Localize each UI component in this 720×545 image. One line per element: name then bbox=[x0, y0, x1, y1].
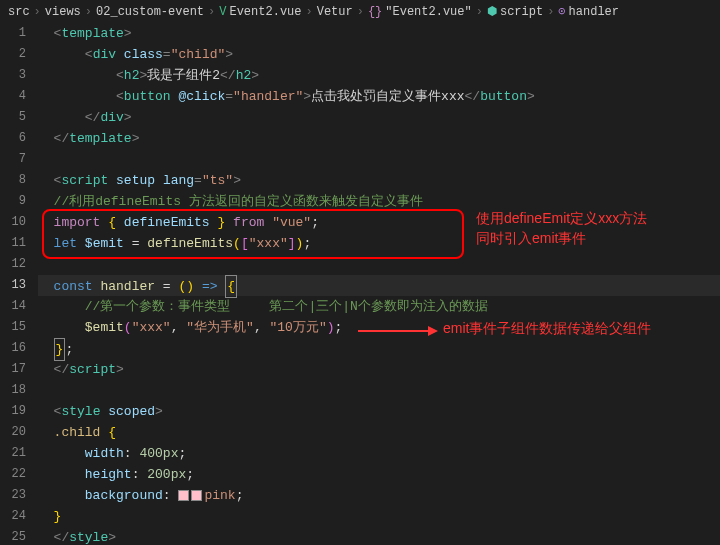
code-area[interactable]: <template> <div class="child"> <h2>我是子组件… bbox=[38, 23, 720, 545]
code-line[interactable]: <script setup lang="ts"> bbox=[38, 170, 720, 191]
line-number: 2 bbox=[0, 44, 26, 65]
braces-icon: {} bbox=[368, 5, 382, 19]
line-number: 18 bbox=[0, 380, 26, 401]
line-number: 21 bbox=[0, 443, 26, 464]
line-number: 4 bbox=[0, 86, 26, 107]
chevron-right-icon: › bbox=[208, 5, 215, 19]
method-icon: ⊙ bbox=[558, 4, 565, 19]
chevron-right-icon: › bbox=[547, 5, 554, 19]
line-number: 3 bbox=[0, 65, 26, 86]
code-line[interactable]: </script> bbox=[38, 359, 720, 380]
crumb-handler[interactable]: handler bbox=[569, 5, 619, 19]
line-number: 10 bbox=[0, 212, 26, 233]
code-line[interactable] bbox=[38, 149, 720, 170]
line-number: 7 bbox=[0, 149, 26, 170]
crumb-src[interactable]: src bbox=[8, 5, 30, 19]
crumb-folder[interactable]: 02_custom-event bbox=[96, 5, 204, 19]
line-number: 5 bbox=[0, 107, 26, 128]
code-line[interactable] bbox=[38, 380, 720, 401]
code-line-current[interactable]: const handler = () => { bbox=[38, 275, 720, 296]
line-number: 11 bbox=[0, 233, 26, 254]
code-line[interactable]: <style scoped> bbox=[38, 401, 720, 422]
line-number: 17 bbox=[0, 359, 26, 380]
vue-icon: V bbox=[219, 5, 226, 19]
line-number: 1 bbox=[0, 23, 26, 44]
crumb-views[interactable]: views bbox=[45, 5, 81, 19]
line-gutter: 1 2 3 4 5 6 7 8 9 10 11 12 13 14 15 16 1… bbox=[0, 23, 38, 545]
color-swatch-icon[interactable] bbox=[178, 490, 189, 501]
chevron-right-icon: › bbox=[305, 5, 312, 19]
chevron-right-icon: › bbox=[85, 5, 92, 19]
crumb-filename[interactable]: "Event2.vue" bbox=[385, 5, 471, 19]
crumb-file[interactable]: Event2.vue bbox=[229, 5, 301, 19]
line-number: 20 bbox=[0, 422, 26, 443]
breadcrumb[interactable]: src › views › 02_custom-event › V Event2… bbox=[0, 0, 720, 23]
annotation-text-2: emit事件子组件数据传递给父组件 bbox=[443, 319, 651, 339]
code-line[interactable]: width: 400px; bbox=[38, 443, 720, 464]
line-number: 9 bbox=[0, 191, 26, 212]
code-line[interactable]: </template> bbox=[38, 128, 720, 149]
line-number: 19 bbox=[0, 401, 26, 422]
chevron-right-icon: › bbox=[357, 5, 364, 19]
code-line[interactable]: <div class="child"> bbox=[38, 44, 720, 65]
code-line[interactable]: } bbox=[38, 506, 720, 527]
line-number: 25 bbox=[0, 527, 26, 545]
color-swatch-icon[interactable] bbox=[191, 490, 202, 501]
code-line[interactable]: <h2>我是子组件2</h2> bbox=[38, 65, 720, 86]
code-line[interactable]: .child { bbox=[38, 422, 720, 443]
chevron-right-icon: › bbox=[34, 5, 41, 19]
code-editor[interactable]: 1 2 3 4 5 6 7 8 9 10 11 12 13 14 15 16 1… bbox=[0, 23, 720, 545]
line-number: 14 bbox=[0, 296, 26, 317]
code-line[interactable] bbox=[38, 254, 720, 275]
code-line[interactable]: <button @click="handler">点击我处罚自定义事件xxx</… bbox=[38, 86, 720, 107]
code-line[interactable]: height: 200px; bbox=[38, 464, 720, 485]
code-line[interactable]: </style> bbox=[38, 527, 720, 545]
line-number: 15 bbox=[0, 317, 26, 338]
chevron-right-icon: › bbox=[476, 5, 483, 19]
line-number: 16 bbox=[0, 338, 26, 359]
cube-icon: ⬢ bbox=[487, 4, 497, 19]
code-line[interactable]: }; bbox=[38, 338, 720, 359]
code-line[interactable]: </div> bbox=[38, 107, 720, 128]
line-number: 22 bbox=[0, 464, 26, 485]
line-number: 24 bbox=[0, 506, 26, 527]
line-number: 6 bbox=[0, 128, 26, 149]
crumb-vetur[interactable]: Vetur bbox=[317, 5, 353, 19]
annotation-text-1: 使用defineEmit定义xxx方法 同时引入emit事件 bbox=[476, 209, 647, 248]
crumb-script[interactable]: script bbox=[500, 5, 543, 19]
line-number: 23 bbox=[0, 485, 26, 506]
line-number: 12 bbox=[0, 254, 26, 275]
matching-brace: } bbox=[54, 338, 66, 361]
code-line[interactable]: <template> bbox=[38, 23, 720, 44]
line-number-current: 13 bbox=[0, 275, 26, 296]
cursor-brace: { bbox=[225, 275, 237, 298]
line-number: 8 bbox=[0, 170, 26, 191]
code-line[interactable]: background: pink; bbox=[38, 485, 720, 506]
code-line[interactable]: //第一个参数：事件类型 第二个|三个|N个参数即为注入的数据 bbox=[38, 296, 720, 317]
